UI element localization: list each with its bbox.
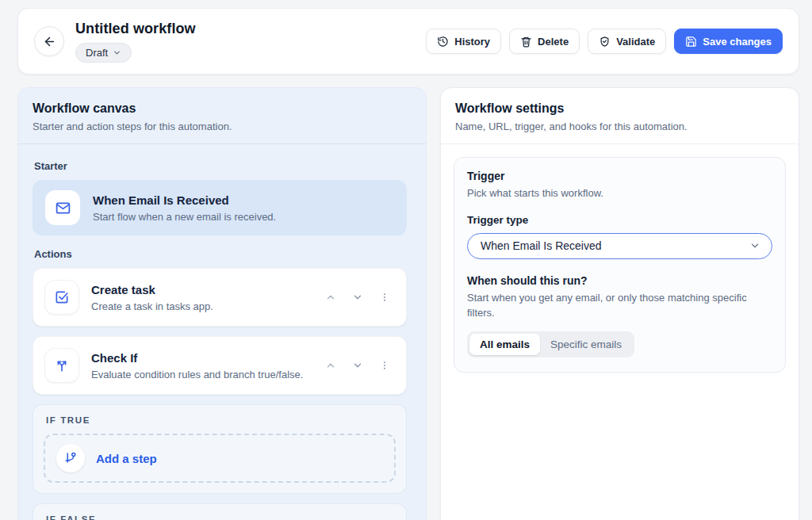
starter-step-title: When Email Is Received — [93, 193, 276, 207]
trigger-type-label: Trigger type — [467, 214, 772, 226]
starter-step-card[interactable]: When Email Is Received Start flow when a… — [33, 180, 407, 235]
action-card-create-task[interactable]: Create task Create a task in tasks app. — [33, 268, 407, 327]
trigger-description: Pick what starts this workflow. — [467, 186, 772, 201]
status-badge-label: Draft — [86, 47, 108, 59]
workflow-header: Untitled workflow Draft History Delete V… — [17, 8, 799, 75]
workflow-canvas-panel: Workflow canvas Starter and action steps… — [17, 87, 427, 520]
settings-panel-subtitle: Name, URL, trigger, and hooks for this a… — [455, 120, 784, 132]
workflow-settings-panel: Workflow settings Name, URL, trigger, an… — [440, 87, 799, 520]
page-title: Untitled workflow — [75, 21, 196, 37]
delete-button[interactable]: Delete — [509, 29, 580, 54]
action-title: Create task — [91, 283, 213, 296]
move-step-up-button[interactable] — [320, 287, 341, 308]
canvas-panel-header: Workflow canvas Starter and action steps… — [18, 88, 426, 144]
kebab-menu-icon — [379, 292, 390, 303]
email-filter-segmented-control: All emails Specific emails — [467, 331, 634, 358]
segment-all-emails[interactable]: All emails — [469, 334, 540, 355]
action-description: Create a task in tasks app. — [91, 300, 213, 312]
history-button[interactable]: History — [426, 29, 501, 54]
branch-label: IF TRUE — [46, 415, 396, 425]
action-card-check-if[interactable]: Check If Evaluate condition rules and br… — [33, 336, 407, 395]
canvas-panel-title: Workflow canvas — [33, 101, 412, 116]
starter-icon-tile — [45, 190, 80, 225]
add-step-slot-true[interactable]: Add a step — [44, 434, 396, 483]
save-changes-button[interactable]: Save changes — [674, 29, 783, 54]
chevron-up-icon — [325, 360, 336, 371]
chevron-up-icon — [325, 292, 336, 303]
branch-split-icon — [54, 358, 70, 373]
move-step-down-button[interactable] — [347, 355, 368, 376]
segment-specific-emails[interactable]: Specific emails — [540, 334, 632, 355]
shield-check-icon — [599, 36, 611, 48]
back-button[interactable] — [34, 26, 64, 56]
branch-label: IF FALSE — [46, 514, 396, 520]
starter-section-label: Starter — [34, 160, 407, 172]
chevron-down-icon — [113, 48, 121, 57]
action-title: Check If — [91, 351, 303, 365]
chevron-down-icon — [749, 240, 760, 251]
trigger-type-selected-value: When Email Is Received — [481, 239, 602, 252]
run-question-heading: When should this run? — [467, 274, 772, 287]
action-description: Evaluate condition rules and branch true… — [91, 369, 303, 380]
create-task-icon-tile — [44, 280, 79, 315]
settings-panel-header: Workflow settings Name, URL, trigger, an… — [441, 88, 799, 144]
arrow-left-icon — [43, 35, 56, 48]
branch-if-false: IF FALSE Add a step — [33, 503, 407, 520]
add-step-label: Add a step — [96, 452, 157, 465]
envelope-icon — [55, 200, 71, 216]
starter-step-description: Start flow when a new email is received. — [93, 211, 276, 223]
git-branch-plus-icon — [63, 451, 78, 465]
settings-panel-title: Workflow settings — [455, 101, 784, 116]
check-if-icon-tile — [44, 348, 79, 383]
history-button-label: History — [454, 36, 490, 48]
step-menu-button[interactable] — [374, 287, 395, 308]
status-dropdown[interactable]: Draft — [75, 43, 132, 63]
run-question-description: Start when you get any email, or only th… — [467, 291, 772, 321]
actions-section-label: Actions — [34, 248, 407, 260]
delete-button-label: Delete — [538, 36, 569, 48]
kebab-menu-icon — [379, 360, 390, 371]
validate-button-label: Validate — [616, 36, 655, 48]
task-checkbox-icon — [54, 289, 70, 305]
step-menu-button[interactable] — [374, 355, 395, 376]
save-floppy-icon — [685, 36, 697, 48]
save-changes-button-label: Save changes — [703, 36, 772, 48]
branch-if-true: IF TRUE Add a step — [33, 404, 407, 494]
trash-icon — [520, 36, 532, 48]
move-step-up-button[interactable] — [320, 355, 341, 376]
trigger-heading: Trigger — [467, 170, 772, 182]
trigger-settings-card: Trigger Pick what starts this workflow. … — [454, 157, 786, 373]
move-step-down-button[interactable] — [347, 287, 368, 308]
chevron-down-icon — [352, 292, 363, 303]
canvas-panel-subtitle: Starter and action steps for this automa… — [33, 120, 412, 132]
add-step-icon-circle — [56, 444, 85, 472]
trigger-type-select[interactable]: When Email Is Received — [467, 233, 772, 259]
history-clock-icon — [437, 36, 449, 48]
chevron-down-icon — [352, 360, 363, 371]
validate-button[interactable]: Validate — [588, 29, 666, 54]
